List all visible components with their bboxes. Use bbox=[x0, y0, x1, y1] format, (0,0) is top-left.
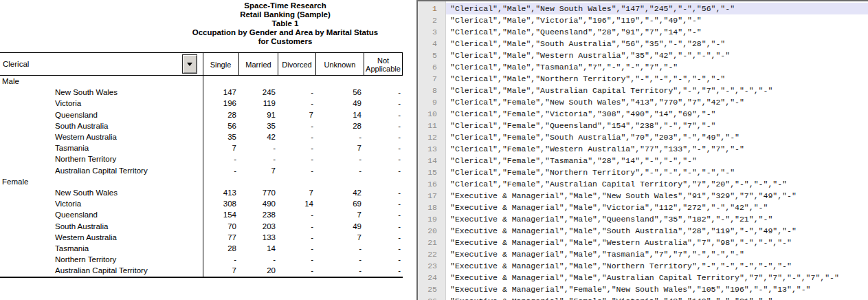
editor-line-text[interactable]: "Executive & Managerial","Male","Austral… bbox=[446, 272, 868, 283]
value-cell: - bbox=[364, 144, 403, 152]
editor-line[interactable]: 16"Clerical","Female","Australian Capita… bbox=[418, 178, 868, 190]
editor-line-text[interactable]: "Clerical","Female","Victoria","308","49… bbox=[446, 108, 868, 120]
value-cell: - bbox=[364, 244, 403, 253]
value-cell: 490 bbox=[239, 200, 278, 208]
editor-line-text[interactable]: "Clerical","Female","Western Australia",… bbox=[446, 143, 868, 155]
line-number: 14 bbox=[418, 155, 446, 167]
column-header-married: Married bbox=[239, 53, 278, 76]
editor-line[interactable]: 12"Clerical","Female","South Australia",… bbox=[418, 131, 868, 143]
value-cell: 133 bbox=[239, 233, 278, 242]
value-cell: 196 bbox=[203, 99, 239, 107]
editor-line[interactable]: 22"Executive & Managerial","Male","Tasma… bbox=[418, 248, 868, 260]
editor-line[interactable]: 10"Clerical","Female","Victoria","308","… bbox=[418, 108, 868, 120]
value-cell: - bbox=[364, 167, 403, 175]
report-title-line: Retail Banking (Sample) bbox=[158, 10, 412, 19]
editor-line[interactable]: 5"Clerical","Male","Western Australia","… bbox=[418, 50, 868, 61]
line-number: 11 bbox=[418, 120, 446, 131]
editor-line-text[interactable]: "Clerical","Female","New South Wales","4… bbox=[446, 96, 868, 108]
editor-line-text[interactable]: "Clerical","Male","Queensland","28","91"… bbox=[446, 26, 868, 38]
editor-line-text[interactable]: "Executive & Managerial","Male","Norther… bbox=[446, 260, 868, 272]
editor-line[interactable]: 18"Executive & Managerial","Male","Victo… bbox=[418, 202, 868, 213]
row-label: Queensland bbox=[0, 111, 203, 119]
value-cell: - bbox=[239, 255, 278, 264]
editor-line[interactable]: 6"Clerical","Male","Tasmania","7","-","-… bbox=[418, 61, 868, 73]
editor-lines: 1"Clerical","Male","New South Wales","14… bbox=[418, 3, 868, 300]
screen: Space-Time Research Retail Banking (Samp… bbox=[0, 0, 868, 300]
editor-line[interactable]: 1"Clerical","Male","New South Wales","14… bbox=[418, 3, 868, 14]
editor-line[interactable]: 15"Clerical","Female","Northern Territor… bbox=[418, 167, 868, 178]
value-cell: 147 bbox=[203, 88, 239, 96]
occupation-dropdown[interactable]: Clerical bbox=[0, 53, 198, 75]
value-cell: 91 bbox=[239, 111, 278, 119]
editor-line[interactable]: 14"Clerical","Female","Tasmania","28","1… bbox=[418, 155, 868, 167]
editor-line[interactable]: 9"Clerical","Female","New South Wales","… bbox=[418, 96, 868, 108]
editor-line-text[interactable]: "Executive & Managerial","Male","Victori… bbox=[446, 202, 868, 213]
editor-line-text[interactable]: "Clerical","Female","Tasmania","28","14"… bbox=[446, 155, 868, 167]
editor-line-text[interactable]: "Clerical","Male","South Australia","56"… bbox=[446, 38, 868, 50]
row-label: South Australia bbox=[0, 122, 203, 130]
value-cell: 28 bbox=[203, 111, 239, 119]
table-group-row: Female bbox=[0, 176, 403, 187]
editor-line[interactable]: 24"Executive & Managerial","Male","Austr… bbox=[418, 272, 868, 283]
editor-line-text[interactable]: "Clerical","Male","Tasmania","7","-","-"… bbox=[446, 61, 868, 73]
editor-line-text[interactable]: "Executive & Managerial","Male","Western… bbox=[446, 237, 868, 248]
editor-line-text[interactable]: "Executive & Managerial","Male","South A… bbox=[446, 225, 868, 237]
editor-line-text[interactable]: "Clerical","Female","Northern Territory"… bbox=[446, 167, 868, 178]
editor-line-text[interactable]: "Executive & Managerial","Male","Tasmani… bbox=[446, 248, 868, 260]
value-cell: - bbox=[364, 133, 403, 141]
editor-line[interactable]: 7"Clerical","Male","Northern Territory",… bbox=[418, 73, 868, 85]
line-number: 5 bbox=[418, 50, 446, 61]
table-row: Western Australia77133-7- bbox=[0, 232, 403, 243]
editor-line-text[interactable]: "Clerical","Female","Queensland","154","… bbox=[446, 120, 868, 131]
value-cell: 28 bbox=[316, 122, 364, 130]
editor-line[interactable]: 26"Executive & Managerial","Female","Vic… bbox=[418, 295, 868, 300]
editor-line-text[interactable]: "Executive & Managerial","Female","Victo… bbox=[446, 295, 868, 300]
line-number: 4 bbox=[418, 38, 446, 50]
editor-line[interactable]: 4"Clerical","Male","South Australia","56… bbox=[418, 38, 868, 50]
value-cell: 154 bbox=[203, 211, 239, 219]
editor-line[interactable]: 25"Executive & Managerial","Female","New… bbox=[418, 283, 868, 295]
value-cell: - bbox=[316, 155, 364, 163]
dropdown-button[interactable] bbox=[182, 54, 197, 74]
table-row: South Australia70203-49- bbox=[0, 220, 403, 231]
report-title: Space-Time Research Retail Banking (Samp… bbox=[158, 1, 412, 46]
editor-line[interactable]: 13"Clerical","Female","Western Australia… bbox=[418, 143, 868, 155]
row-label: South Australia bbox=[0, 222, 203, 231]
table-row: Queensland154238-7- bbox=[0, 209, 403, 220]
table-row: Western Australia3542--- bbox=[0, 131, 403, 142]
report-title-line: for Customers bbox=[158, 37, 412, 46]
line-number: 1 bbox=[418, 3, 446, 14]
value-cell: 7 bbox=[278, 111, 316, 119]
value-cell: 35 bbox=[239, 122, 278, 130]
line-number: 21 bbox=[418, 237, 446, 248]
value-cell: 14 bbox=[316, 111, 364, 119]
value-cell: - bbox=[203, 167, 239, 175]
editor-line-text[interactable]: "Clerical","Male","Australian Capital Te… bbox=[446, 85, 868, 96]
editor-line[interactable]: 11"Clerical","Female","Queensland","154"… bbox=[418, 120, 868, 131]
editor-line-text[interactable]: "Clerical","Female","Australian Capital … bbox=[446, 178, 868, 190]
editor-line[interactable]: 21"Executive & Managerial","Male","Weste… bbox=[418, 237, 868, 248]
editor-line-text[interactable]: "Clerical","Male","Victoria","196","119"… bbox=[446, 14, 868, 26]
csv-editor[interactable]: 1"Clerical","Male","New South Wales","14… bbox=[416, 0, 868, 300]
value-cell: 35 bbox=[203, 133, 239, 141]
column-headers: Single Married Divorced Unknown Not Appl… bbox=[203, 52, 403, 76]
editor-line-text[interactable]: "Executive & Managerial","Male","New Sou… bbox=[446, 190, 868, 202]
value-cell: - bbox=[364, 200, 403, 208]
editor-line-text[interactable]: "Executive & Managerial","Male","Queensl… bbox=[446, 213, 868, 225]
value-cell: - bbox=[316, 133, 364, 141]
editor-line-text[interactable]: "Clerical","Female","South Australia","7… bbox=[446, 131, 868, 143]
line-number: 26 bbox=[418, 295, 446, 300]
editor-line[interactable]: 17"Executive & Managerial","Male","New S… bbox=[418, 190, 868, 202]
editor-line-text[interactable]: "Executive & Managerial","Female","New S… bbox=[446, 283, 868, 295]
editor-line-text[interactable]: "Clerical","Male","Northern Territory","… bbox=[446, 73, 868, 85]
editor-line-text[interactable]: "Clerical","Male","New South Wales","147… bbox=[446, 3, 868, 14]
editor-line-text[interactable]: "Clerical","Male","Western Australia","3… bbox=[446, 50, 868, 61]
line-number: 13 bbox=[418, 143, 446, 155]
editor-line[interactable]: 2"Clerical","Male","Victoria","196","119… bbox=[418, 14, 868, 26]
editor-line[interactable]: 8"Clerical","Male","Australian Capital T… bbox=[418, 85, 868, 96]
editor-line[interactable]: 3"Clerical","Male","Queensland","28","91… bbox=[418, 26, 868, 38]
editor-line[interactable]: 19"Executive & Managerial","Male","Queen… bbox=[418, 213, 868, 225]
editor-line[interactable]: 20"Executive & Managerial","Male","South… bbox=[418, 225, 868, 237]
editor-line[interactable]: 23"Executive & Managerial","Male","North… bbox=[418, 260, 868, 272]
value-cell: 238 bbox=[239, 211, 278, 219]
